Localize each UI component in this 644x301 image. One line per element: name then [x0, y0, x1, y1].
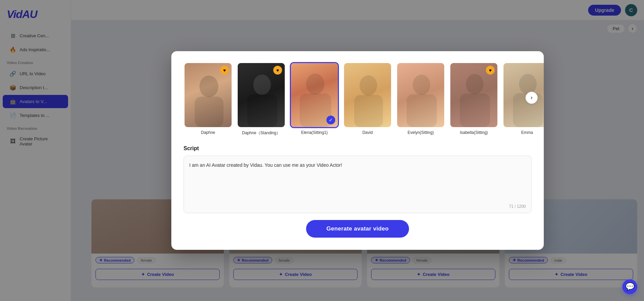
- avatar-img-evelyn: [396, 62, 445, 128]
- svg-point-12: [519, 74, 537, 94]
- script-textarea[interactable]: I am an AI Avatar created by Vidau. You …: [184, 156, 532, 213]
- avatar-img-daphne2: ♥: [237, 62, 286, 128]
- avatar-img-daphne1: ♥: [184, 62, 233, 128]
- chat-widget-button[interactable]: 💬: [622, 279, 637, 294]
- avatar-img-isabella: ♥: [449, 62, 498, 128]
- avatar-card-daphne2[interactable]: ♥ Daphne（Standing）: [237, 62, 286, 136]
- avatar-card-elena[interactable]: ✓ Elena(Sitting1): [290, 62, 339, 135]
- script-section-label: Script: [184, 145, 532, 152]
- script-content: I am an AI Avatar created by Vidau. You …: [189, 161, 526, 169]
- avatar-portrait-david: [344, 63, 391, 127]
- svg-point-8: [413, 75, 430, 95]
- avatar-name-daphne2: Daphne（Standing）: [242, 130, 280, 136]
- avatar-portrait-emma: [503, 63, 544, 127]
- svg-point-0: [199, 76, 218, 97]
- avatar-card-evelyn[interactable]: Evelyn(Sitting): [396, 62, 445, 135]
- modal-box: ♥ Daphne ♥ Daphne（Standing）: [171, 51, 544, 250]
- svg-rect-1: [195, 97, 223, 127]
- modal-container: ♥ Daphne ♥ Daphne（Standing）: [71, 0, 644, 301]
- check-badge-elena: ✓: [326, 116, 335, 124]
- avatar-portrait-evelyn: [397, 63, 444, 127]
- svg-point-2: [253, 75, 271, 95]
- heart-badge-isabella: ♥: [486, 66, 495, 75]
- svg-rect-9: [407, 94, 437, 127]
- svg-point-6: [360, 75, 377, 96]
- svg-point-10: [466, 74, 484, 94]
- avatar-next-button[interactable]: ›: [525, 92, 538, 104]
- heart-badge-daphne1: ♥: [220, 66, 229, 75]
- svg-point-4: [306, 74, 324, 95]
- svg-rect-5: [300, 94, 331, 127]
- avatar-name-elena: Elena(Sitting1): [301, 130, 328, 135]
- svg-rect-7: [354, 95, 383, 127]
- script-character-counter: 71 / 1200: [509, 204, 526, 209]
- avatar-name-emma: Emma: [521, 130, 533, 135]
- avatar-name-daphne1: Daphne: [201, 130, 215, 135]
- avatar-selection-row: ♥ Daphne ♥ Daphne（Standing）: [184, 62, 532, 136]
- avatar-img-david: [343, 62, 392, 128]
- avatar-card-david[interactable]: David: [343, 62, 392, 135]
- avatar-name-david: David: [362, 130, 373, 135]
- heart-badge-daphne2: ♥: [273, 66, 282, 75]
- svg-rect-11: [460, 94, 490, 127]
- avatar-card-daphne1[interactable]: ♥ Daphne: [184, 62, 233, 135]
- avatar-card-isabella[interactable]: ♥ Isabella(Sitting): [449, 62, 498, 135]
- chat-icon: 💬: [625, 282, 635, 291]
- avatar-img-elena: ✓: [290, 62, 339, 128]
- avatar-img-emma: [502, 62, 544, 128]
- avatar-name-evelyn: Evelyn(Sitting): [408, 130, 434, 135]
- svg-rect-3: [247, 94, 277, 127]
- generate-avatar-video-button[interactable]: Generate avatar video: [306, 220, 409, 238]
- avatar-name-isabella: Isabella(Sitting): [460, 130, 488, 135]
